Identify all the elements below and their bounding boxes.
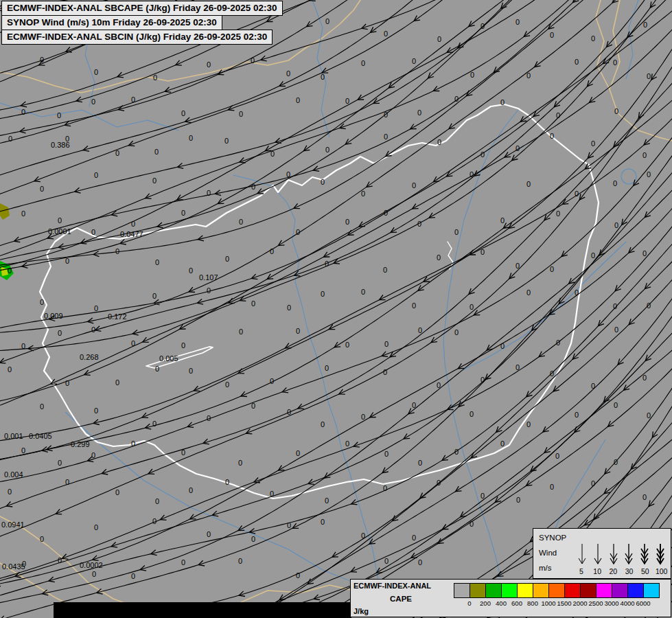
- wind-arrow-icon: [639, 542, 650, 566]
- zero-value-label: 0: [550, 483, 554, 491]
- zero-value-label: 0: [591, 34, 595, 43]
- zero-value-label: 0: [225, 478, 229, 486]
- contour-value-label: 0.0941: [1, 520, 25, 529]
- zero-value-label: 0: [65, 257, 69, 265]
- zero-value-label: 0: [550, 31, 554, 39]
- zero-value-label: 0: [239, 218, 243, 226]
- cape-swatch: [533, 583, 549, 598]
- zero-value-label: 0: [480, 22, 485, 30]
- zero-value-label: 0: [152, 292, 157, 300]
- cape-legend-titles: ECMWF-INDEX-ANAL CAPE J/kg: [351, 580, 451, 617]
- zero-value-label: 0: [238, 459, 242, 467]
- zero-value-label: 0: [325, 364, 329, 372]
- zero-value-label: 0: [412, 181, 416, 190]
- zero-value-label: 0: [57, 111, 61, 119]
- zero-value-label: 0: [614, 325, 618, 334]
- cape-swatch: [517, 583, 533, 598]
- cape-swatch: [627, 583, 644, 598]
- zero-value-label: 0: [94, 304, 98, 312]
- contour-value-label: 0.005: [159, 354, 178, 363]
- wind-speed-label: 30: [624, 567, 635, 575]
- zero-value-label: 0: [437, 479, 441, 487]
- zero-value-label: 0: [556, 209, 560, 218]
- zero-value-label: 0: [287, 521, 291, 529]
- weather-map-svg: 0000000000000000000000000000000000000000…: [0, 0, 672, 618]
- zero-value-label: 0: [152, 176, 157, 185]
- zero-value-label: 0: [614, 401, 618, 409]
- zero-value-label: 0: [251, 402, 255, 410]
- zero-value-label: 0: [500, 342, 505, 350]
- zero-value-label: 0: [91, 98, 95, 106]
- zero-value-label: 0: [470, 520, 474, 528]
- cape-swatch: [564, 583, 581, 598]
- zero-value-label: 0: [94, 523, 98, 531]
- zero-value-label: 0: [155, 365, 159, 373]
- contour-value-label: 0.386: [51, 141, 70, 149]
- zero-value-label: 0: [515, 363, 520, 371]
- zero-value-label: 0: [8, 135, 12, 143]
- zero-value-label: 0: [154, 148, 159, 156]
- zero-value-label: 0: [412, 57, 416, 65]
- zero-value-label: 0: [361, 59, 365, 67]
- zero-value-label: 0: [270, 150, 275, 158]
- zero-value-label: 0: [614, 107, 618, 115]
- zero-value-label: 0: [91, 325, 95, 334]
- zero-value-label: 0: [384, 30, 388, 38]
- wind-arrows: [576, 538, 667, 566]
- zero-value-label: 0: [325, 496, 329, 505]
- zero-value-label: 0: [251, 299, 255, 308]
- zero-value-label: 0: [515, 144, 520, 152]
- zero-value-label: 0: [345, 97, 349, 105]
- zero-value-label: 0: [40, 56, 44, 64]
- zero-value-label: 0: [384, 557, 389, 565]
- zero-value-label: 0: [384, 111, 388, 119]
- cape-tick-label: 600: [511, 599, 522, 607]
- zero-value-label: 0: [321, 178, 325, 186]
- zero-value-label: 0: [412, 401, 416, 409]
- zero-value-label: 0: [417, 108, 421, 117]
- zero-value-label: 0: [286, 170, 290, 179]
- cape-swatch: [454, 583, 470, 598]
- zero-value-label: 0: [325, 260, 329, 268]
- zero-value-label: 0: [181, 558, 185, 566]
- zero-value-label: 0: [8, 266, 12, 275]
- zero-value-label: 0: [58, 216, 62, 225]
- zero-value-label: 0: [153, 73, 157, 82]
- wind-arrow-icon: [608, 542, 619, 566]
- zero-value-label: 0: [321, 290, 325, 298]
- zero-value-label: 0: [181, 109, 185, 117]
- zero-value-label: 0: [131, 572, 135, 580]
- cape-swatch: [548, 583, 565, 598]
- zero-value-label: 0: [614, 221, 618, 229]
- zero-value-label: 0: [325, 17, 329, 25]
- zero-value-label: 0: [189, 134, 193, 142]
- zero-value-label: 0: [556, 111, 560, 119]
- zero-value-label: 0: [21, 446, 25, 455]
- zero-value-label: 0: [239, 328, 243, 336]
- zero-value-label: 0: [40, 535, 44, 543]
- wind-speed-label: 20: [607, 567, 618, 575]
- zero-value-label: 0: [591, 382, 595, 390]
- zero-value-label: 0: [526, 288, 531, 297]
- zero-value-label: 0: [8, 488, 12, 496]
- zero-value-label: 0: [575, 58, 579, 66]
- zero-value-label: 0: [345, 439, 349, 448]
- wind-legend-units: m/s: [539, 564, 576, 572]
- zero-value-label: 0: [296, 449, 300, 457]
- cape-swatch: [580, 583, 596, 598]
- contour-value-label: 0.107: [199, 273, 218, 282]
- zero-value-label: 0: [480, 150, 485, 159]
- zero-value-label: 0: [613, 179, 617, 187]
- zero-value-label: 0: [251, 535, 255, 543]
- zero-value-label: 0: [361, 531, 365, 540]
- zero-value-label: 0: [94, 171, 98, 179]
- zero-value-label: 0: [361, 288, 365, 296]
- zero-value-label: 0: [454, 95, 459, 103]
- zero-value-label: 0: [383, 266, 387, 274]
- zero-value-label: 0: [470, 71, 474, 79]
- contour-value-label: 0.0001: [48, 227, 71, 236]
- zero-value-label: 0: [591, 251, 595, 260]
- zero-value-label: 0: [526, 71, 531, 80]
- zero-value-label: 0: [613, 302, 617, 310]
- zero-value-label: 0: [614, 458, 618, 466]
